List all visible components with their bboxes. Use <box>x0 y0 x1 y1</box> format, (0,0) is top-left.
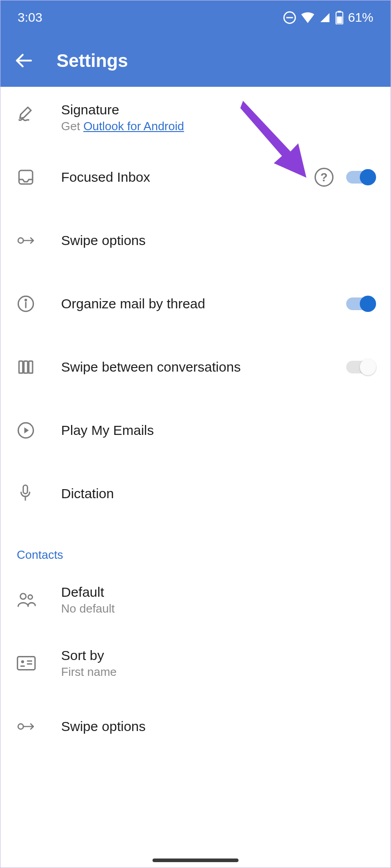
svg-rect-3 <box>338 11 341 13</box>
row-focused-inbox[interactable]: Focused Inbox ? <box>0 146 391 209</box>
do-not-disturb-icon <box>283 11 296 24</box>
organize-label: Organize mail by thread <box>61 296 346 311</box>
signature-icon <box>17 105 36 124</box>
arrow-left-icon <box>14 51 33 71</box>
svg-point-19 <box>20 594 26 599</box>
row-swipe-options-contacts[interactable]: Swipe options <box>0 695 391 758</box>
battery-percent: 61% <box>348 10 373 25</box>
swipe-label: Swipe options <box>61 233 374 248</box>
row-swipe-between[interactable]: Swipe between conversations <box>0 335 391 399</box>
page-title: Settings <box>57 51 128 71</box>
row-sort-by[interactable]: Sort by First name <box>0 632 391 695</box>
status-bar: 3:03 61% <box>0 0 391 34</box>
svg-rect-12 <box>19 361 23 373</box>
app-bar: Settings <box>0 34 391 87</box>
play-label: Play My Emails <box>61 423 374 438</box>
svg-point-26 <box>18 724 24 729</box>
swipe-between-label: Swipe between conversations <box>61 359 346 375</box>
battery-icon <box>335 11 343 24</box>
row-default-contacts[interactable]: Default No default <box>0 568 391 632</box>
play-icon <box>17 421 35 439</box>
swipe-between-toggle[interactable] <box>346 359 374 375</box>
row-signature[interactable]: Signature Get Outlook for Android <box>0 91 391 146</box>
info-icon <box>17 295 35 313</box>
row-swipe-options[interactable]: Swipe options <box>0 209 391 272</box>
svg-rect-14 <box>29 361 33 373</box>
swipe2-label: Swipe options <box>61 719 374 734</box>
card-icon <box>17 656 36 671</box>
inbox-icon <box>17 168 35 186</box>
row-organize-thread[interactable]: Organize mail by thread <box>0 272 391 335</box>
svg-point-7 <box>18 238 24 243</box>
section-contacts: Contacts <box>0 525 391 568</box>
signature-sub: Get Outlook for Android <box>61 119 374 133</box>
default-label: Default <box>61 585 374 600</box>
settings-list: Signature Get Outlook for Android Focuse… <box>0 87 391 758</box>
signature-label: Signature <box>61 102 374 118</box>
sort-label: Sort by <box>61 648 374 663</box>
svg-rect-17 <box>23 485 27 494</box>
wifi-icon <box>301 12 315 23</box>
status-icons: 61% <box>283 10 373 25</box>
columns-icon <box>17 358 35 376</box>
people-icon <box>17 591 37 609</box>
focused-toggle[interactable] <box>346 169 374 185</box>
navigation-handle[interactable] <box>153 859 238 862</box>
default-sub: No default <box>61 602 374 616</box>
swipe-icon <box>17 720 37 733</box>
svg-rect-21 <box>18 656 35 670</box>
organize-toggle[interactable] <box>346 296 374 312</box>
row-play-emails[interactable]: Play My Emails <box>0 399 391 462</box>
help-icon[interactable]: ? <box>315 168 334 187</box>
outlook-link[interactable]: Outlook for Android <box>83 119 184 133</box>
svg-marker-16 <box>24 427 29 433</box>
svg-rect-13 <box>24 361 28 373</box>
microphone-icon <box>17 484 34 504</box>
swipe-icon <box>17 234 37 247</box>
row-dictation[interactable]: Dictation <box>0 462 391 525</box>
svg-point-11 <box>25 299 27 301</box>
focused-label: Focused Inbox <box>61 170 315 185</box>
svg-point-22 <box>21 660 24 663</box>
status-time: 3:03 <box>18 10 43 25</box>
dictation-label: Dictation <box>61 486 374 501</box>
signal-icon <box>319 12 331 23</box>
svg-point-20 <box>28 595 32 599</box>
svg-rect-4 <box>337 16 342 24</box>
back-button[interactable] <box>13 50 34 71</box>
sort-sub: First name <box>61 665 374 679</box>
